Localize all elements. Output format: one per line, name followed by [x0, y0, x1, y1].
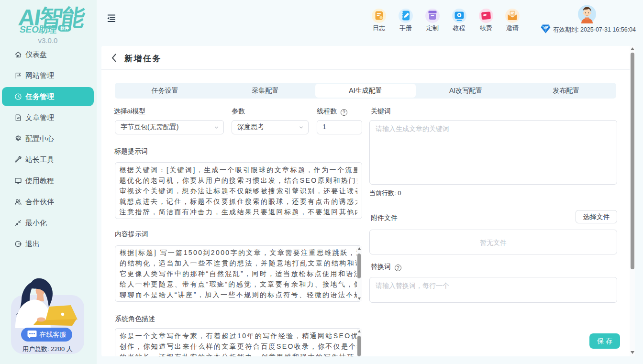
- svg-text:VIP: VIP: [543, 26, 548, 29]
